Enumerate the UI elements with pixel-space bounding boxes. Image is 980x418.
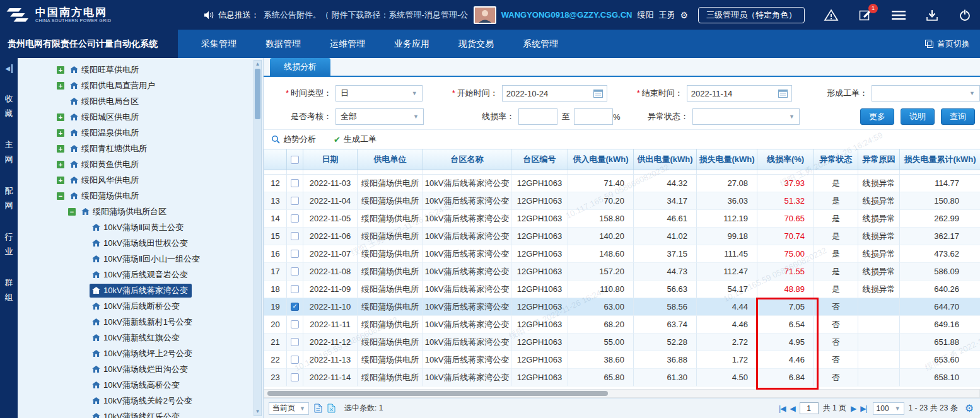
rail-item-主网[interactable]: 主网 <box>5 139 13 165</box>
expand-plus-icon[interactable]: + <box>57 145 64 153</box>
tree-node[interactable]: −绥阳蒲场供电所 <box>18 188 263 204</box>
row-checkbox[interactable] <box>291 373 299 381</box>
loss-rate-from-input[interactable] <box>518 108 557 125</box>
rail-item-群组[interactable]: 群组 <box>5 277 13 303</box>
tree-node[interactable]: 10kV蒲新线红旗公变 <box>18 330 263 345</box>
help-button[interactable]: 说明 <box>901 108 935 125</box>
expand-plus-icon[interactable]: + <box>57 129 64 137</box>
calendar-icon[interactable] <box>778 89 788 98</box>
download-icon[interactable] <box>926 9 938 21</box>
row-checkbox[interactable] <box>291 232 299 240</box>
rail-item-配网[interactable]: 配网 <box>5 185 13 211</box>
assess-select[interactable]: 全部 ▼ <box>335 108 424 125</box>
abnormal-status-select[interactable]: ▼ <box>692 108 800 125</box>
row-checkbox[interactable] <box>291 250 299 258</box>
expand-plus-icon[interactable]: + <box>57 177 64 184</box>
grid-settings-gear-icon[interactable]: ⚙ <box>965 402 974 414</box>
collapse-minus-icon[interactable]: − <box>68 208 76 216</box>
tree-node[interactable]: 10kV蒲后线断桥公变 <box>18 298 263 314</box>
tree-scrollbar[interactable]: ▲ ▼ <box>254 60 262 416</box>
tree-node[interactable]: 10kV蒲后线观音岩公变 <box>18 267 263 282</box>
nav-item-2[interactable]: 运维管理 <box>315 30 380 58</box>
avatar[interactable] <box>474 6 496 24</box>
table-row-23[interactable]: 232022-11-14绥阳蒲场供电所10kV蒲后线蒋家湾公变12GPH1063… <box>264 369 980 386</box>
row-checkbox[interactable] <box>291 197 299 205</box>
row-checkbox[interactable] <box>291 214 299 223</box>
tree-node[interactable]: +绥阳供电局直营用户 <box>18 78 263 93</box>
row-checkbox[interactable] <box>291 285 299 293</box>
expand-plus-icon[interactable]: + <box>57 82 64 90</box>
more-button[interactable]: 更多 <box>860 108 894 125</box>
table-row-21[interactable]: 212022-11-12绥阳蒲场供电所10kV蒲后线蒋家湾公变12GPH1063… <box>264 334 980 351</box>
role-badge[interactable]: 三级管理员（特定角色） <box>698 7 805 23</box>
expand-plus-icon[interactable]: + <box>57 113 64 121</box>
tree-node[interactable]: 10kV蒲场Ⅱ回黄土公变 <box>18 219 263 235</box>
tree-node[interactable]: +绥阳城区供电所 <box>18 109 263 125</box>
row-checkbox[interactable] <box>291 267 299 276</box>
tree-node[interactable]: +绥阳黄鱼供电所 <box>18 156 263 172</box>
select-all-checkbox[interactable] <box>291 156 299 164</box>
table-row-19[interactable]: 192022-11-10绥阳蒲场供电所10kV蒲后线蒋家湾公变12GPH1063… <box>264 298 980 316</box>
table-row-14[interactable]: 142022-11-05绥阳蒲场供电所10kV蒲后线蒋家湾公变12GPH1063… <box>264 210 980 228</box>
menu-hamburger-icon[interactable] <box>892 10 906 20</box>
tree-node[interactable]: 10kV蒲场线高桥公变 <box>18 377 263 393</box>
tree-node[interactable]: 10kV蒲场线红乐公变 <box>18 409 263 418</box>
row-checkbox[interactable] <box>291 179 299 187</box>
query-button[interactable]: 查询 <box>941 108 975 125</box>
last-page-button[interactable]: ▶| <box>860 404 866 413</box>
table-row-16[interactable]: 162022-11-07绥阳蒲场供电所10kV蒲后线蒋家湾公变12GPH1063… <box>264 245 980 263</box>
user-settings-gear-icon[interactable]: ⚙ <box>680 10 688 20</box>
page-mode-select[interactable]: 当前页 ▼ <box>269 402 309 415</box>
tree-node[interactable]: 10kV蒲场线田世权公变 <box>18 235 263 251</box>
table-row-15[interactable]: 152022-11-06绥阳蒲场供电所10kV蒲后线蒋家湾公变12GPH1063… <box>264 228 980 245</box>
first-page-button[interactable]: |◀ <box>779 404 785 413</box>
tree-node[interactable]: +绥阳旺草供电所 <box>18 62 263 78</box>
tab-line-loss-analysis[interactable]: 线损分析 <box>270 58 330 76</box>
tree-node[interactable]: 绥阳供电局台区 <box>18 93 263 109</box>
compose-message-icon[interactable]: 1 <box>859 9 872 21</box>
tree-node[interactable]: +绥阳温泉供电所 <box>18 125 263 141</box>
row-checkbox[interactable] <box>291 303 299 311</box>
tree-node[interactable]: 10kV蒲场线坪上2号公变 <box>18 345 263 361</box>
expand-plus-icon[interactable]: + <box>57 66 64 74</box>
table-row-12[interactable]: 122022-11-03绥阳蒲场供电所10kV蒲后线蒋家湾公变12GPH1063… <box>264 175 980 192</box>
tree-node[interactable]: 10kV蒲新线新村1号公变 <box>18 314 263 330</box>
tree-node[interactable]: +绥阳青杠塘供电所 <box>18 141 263 156</box>
tree-node-selected[interactable]: 10kV蒲后线蒋家湾公变 <box>18 282 263 298</box>
calendar-icon[interactable] <box>593 89 603 98</box>
loss-rate-to-input[interactable] <box>574 108 613 125</box>
power-logout-icon[interactable] <box>959 9 971 21</box>
nav-item-1[interactable]: 数据管理 <box>251 30 315 58</box>
page-size-select[interactable]: 100 ▼ <box>873 402 904 415</box>
tree-node[interactable]: 10kV蒲场线烂田沟公变 <box>18 361 263 377</box>
home-switch-button[interactable]: 首页切换 <box>925 38 970 50</box>
alert-icon[interactable] <box>824 9 839 21</box>
collapse-panel-icon[interactable]: ◀ <box>5 64 13 73</box>
tree-node[interactable]: −绥阳蒲场供电所台区 <box>18 204 263 219</box>
nav-item-5[interactable]: 系统管理 <box>508 30 573 58</box>
expand-plus-icon[interactable]: + <box>57 161 64 168</box>
announcement-ticker[interactable]: 信息推送： 系统公告附件。（ 附件下载路径：系统管理-消息管理-公 <box>204 9 468 21</box>
horizontal-scrollbar[interactable] <box>264 389 980 398</box>
generate-workorder-button[interactable]: ✔ 生成工单 <box>334 134 376 145</box>
nav-item-0[interactable]: 采集管理 <box>187 30 251 58</box>
table-row-20[interactable]: 202022-11-11绥阳蒲场供电所10kV蒲后线蒋家湾公变12GPH1063… <box>264 316 980 334</box>
rail-item-收藏[interactable]: 收藏 <box>5 93 13 119</box>
page-number-input[interactable] <box>800 402 819 414</box>
row-checkbox[interactable] <box>291 356 299 364</box>
workorder-select[interactable]: ▼ <box>872 85 980 102</box>
table-row-17[interactable]: 172022-11-08绥阳蒲场供电所10kV蒲后线蒋家湾公变12GPH1063… <box>264 263 980 281</box>
table-row-22[interactable]: 222022-11-13绥阳蒲场供电所10kV蒲后线蒋家湾公变12GPH1063… <box>264 351 980 369</box>
start-date-input[interactable]: 2022-10-24 <box>502 85 607 102</box>
nav-item-4[interactable]: 现货交易 <box>444 30 508 58</box>
scroll-down-icon[interactable]: ▼ <box>254 408 261 415</box>
row-checkbox[interactable] <box>291 320 299 328</box>
rail-item-行业[interactable]: 行业 <box>5 231 13 257</box>
horizontal-scrollbar-thumb[interactable] <box>267 391 608 396</box>
export-excel-icon[interactable] <box>327 403 335 413</box>
scroll-up-icon[interactable]: ▲ <box>254 61 261 68</box>
tree-node[interactable]: +绥阳风华供电所 <box>18 172 263 188</box>
trend-analysis-button[interactable]: 趋势分析 <box>271 134 316 145</box>
tree-node[interactable]: 10kV蒲场Ⅱ回小山一组公变 <box>18 251 263 267</box>
export-file-icon[interactable] <box>314 403 322 413</box>
